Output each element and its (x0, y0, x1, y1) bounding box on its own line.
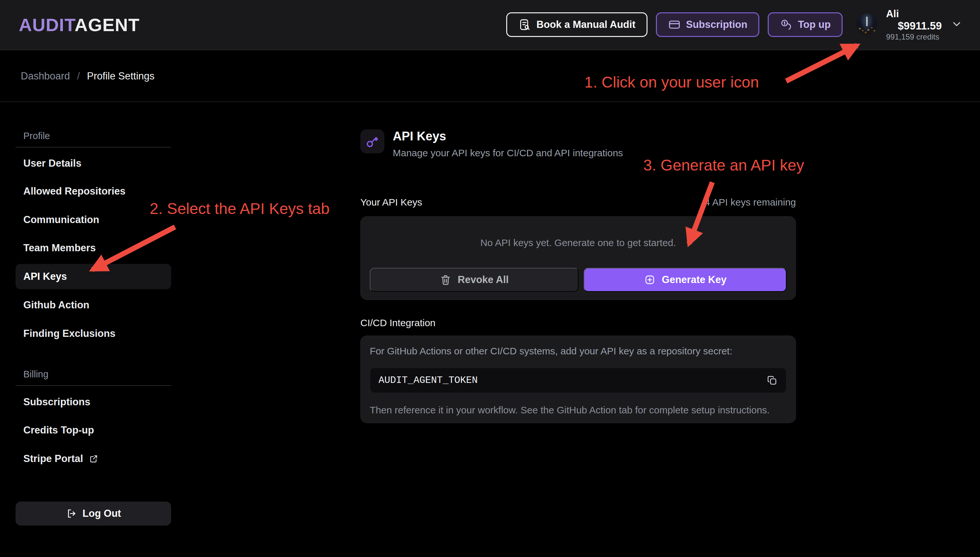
panel-header: API Keys Manage your API keys for CI/CD … (360, 129, 796, 158)
sidebar-item-label: Finding Exclusions (23, 328, 115, 339)
book-manual-audit-label: Book a Manual Audit (536, 19, 635, 31)
top-up-button[interactable]: Top up (768, 12, 843, 37)
header-actions: Book a Manual Audit Subscription (506, 8, 963, 41)
user-credits: 991,159 credits (886, 33, 942, 41)
key-icon (360, 129, 384, 153)
top-up-label: Top up (798, 19, 830, 31)
token-code-box: AUDIT_AGENT_TOKEN (370, 368, 787, 393)
logo[interactable]: AUDITAGENT (19, 14, 140, 35)
breadcrumb-current: Profile Settings (87, 70, 154, 82)
sidebar-item-label: Team Members (23, 242, 96, 254)
sidebar-item-label: Subscriptions (23, 396, 90, 408)
plus-square-icon (644, 274, 656, 286)
annotation-step2: 2. Select the API Keys tab (150, 200, 330, 218)
revoke-all-label: Revoke All (458, 274, 509, 286)
sidebar-item-communication[interactable]: Communication (16, 207, 171, 233)
sidebar-item-label: User Details (23, 158, 81, 169)
sidebar-divider (16, 147, 171, 148)
sidebar-item-user-details[interactable]: User Details (16, 151, 171, 176)
empty-keys-message: No API keys yet. Generate one to get sta… (370, 237, 787, 248)
breadcrumb: Dashboard / Profile Settings (0, 51, 980, 102)
api-keys-panel: API Keys Manage your API keys for CI/CD … (360, 102, 796, 423)
breadcrumb-dashboard[interactable]: Dashboard (21, 70, 70, 82)
credit-card-icon (668, 18, 681, 31)
trash-icon (439, 274, 452, 286)
annotation-step3: 3. Generate an API key (643, 156, 804, 174)
logout-icon (66, 508, 78, 520)
token-name: AUDIT_AGENT_TOKEN (379, 375, 478, 386)
your-api-keys-row: Your API Keys 4 API keys remaining (360, 197, 796, 208)
sidebar-item-team-members[interactable]: Team Members (16, 235, 171, 261)
cicd-description: For GitHub Actions or other CI/CD system… (370, 345, 787, 357)
app-root: AUDITAGENT Book a Manual Audit (0, 0, 980, 557)
log-out-button[interactable]: Log Out (16, 502, 171, 526)
api-keys-actions: Revoke All Generate Key (370, 268, 787, 292)
sidebar-section-profile: Profile (23, 131, 171, 142)
sidebar-item-label: API Keys (23, 271, 67, 282)
chevron-down-icon[interactable] (950, 18, 963, 32)
sidebar-item-subscriptions[interactable]: Subscriptions (16, 389, 171, 415)
generate-key-label: Generate Key (662, 274, 726, 286)
your-api-keys-label: Your API Keys (360, 197, 422, 208)
audit-document-icon (518, 18, 531, 31)
sidebar-item-label: Github Action (23, 299, 89, 311)
subscription-button[interactable]: Subscription (656, 12, 759, 37)
sidebar-section-billing: Billing (23, 369, 171, 379)
sidebar-item-finding-exclusions[interactable]: Finding Exclusions (16, 321, 171, 346)
sidebar-item-credits-top-up[interactable]: Credits Top-up (16, 418, 171, 443)
page-title: API Keys (393, 129, 623, 143)
generate-key-button[interactable]: Generate Key (583, 268, 787, 292)
page-subtitle: Manage your API keys for CI/CD and API i… (393, 148, 623, 158)
sidebar-item-label: Allowed Repositories (23, 186, 125, 197)
cicd-card: For GitHub Actions or other CI/CD system… (360, 336, 796, 423)
subscription-label: Subscription (686, 19, 747, 31)
user-info[interactable]: Ali $9911.59 991,159 credits (886, 8, 942, 41)
sidebar-item-label: Communication (23, 214, 99, 226)
coins-icon (780, 18, 793, 31)
annotation-step1: 1. Click on your user icon (584, 73, 759, 91)
logo-part-audit: AUDIT (19, 15, 75, 35)
sidebar-item-label: Stripe Portal (23, 453, 83, 464)
sidebar-item-label: Credits Top-up (23, 424, 94, 436)
copy-icon[interactable] (766, 375, 778, 386)
breadcrumb-separator: / (77, 70, 80, 82)
cicd-integration-label: CI/CD Integration (360, 318, 796, 329)
user-avatar[interactable] (856, 14, 878, 36)
panel-titles: API Keys Manage your API keys for CI/CD … (393, 129, 623, 158)
book-manual-audit-button[interactable]: Book a Manual Audit (506, 12, 647, 37)
sidebar-item-stripe-portal[interactable]: Stripe Portal (16, 446, 171, 471)
external-link-icon (89, 454, 99, 464)
keys-remaining-text: 4 API keys remaining (705, 197, 796, 208)
cicd-footer-text: Then reference it in your workflow. See … (370, 405, 787, 415)
log-out-label: Log Out (83, 508, 121, 520)
settings-sidebar: Profile User Details Allowed Repositorie… (16, 102, 171, 556)
user-balance: $9911.59 (898, 20, 942, 32)
logo-part-agent: AGENT (75, 15, 140, 35)
sidebar-item-allowed-repositories[interactable]: Allowed Repositories (16, 179, 171, 204)
sidebar-item-github-action[interactable]: Github Action (16, 292, 171, 318)
top-header: AUDITAGENT Book a Manual Audit (0, 0, 980, 50)
user-name: Ali (886, 8, 942, 20)
sidebar-divider (16, 385, 171, 386)
revoke-all-button[interactable]: Revoke All (370, 268, 579, 292)
api-keys-card: No API keys yet. Generate one to get sta… (360, 216, 796, 300)
sidebar-item-api-keys[interactable]: API Keys (16, 264, 171, 289)
